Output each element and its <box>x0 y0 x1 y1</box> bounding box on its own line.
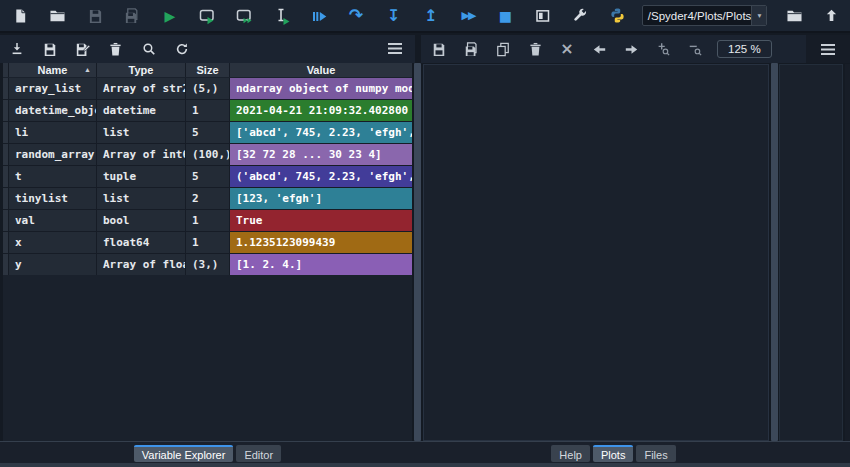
new-file-button[interactable] <box>2 1 39 31</box>
browse-directory-button[interactable] <box>775 1 812 31</box>
variable-explorer-options-button[interactable] <box>378 35 411 61</box>
save-data-as-button[interactable] <box>66 36 99 62</box>
value-cell[interactable]: [1. 2. 4.] <box>230 254 412 275</box>
remove-plot-button[interactable] <box>519 36 551 62</box>
size-cell[interactable]: 1 <box>186 100 229 121</box>
arrow-left-icon <box>592 43 607 56</box>
size-cell[interactable]: 2 <box>186 188 229 209</box>
python-path-button[interactable] <box>599 1 636 31</box>
value-cell[interactable]: True <box>230 210 412 231</box>
type-cell[interactable]: list <box>97 188 185 209</box>
value-cell[interactable]: ndarray object of numpy module <box>230 78 412 99</box>
save-button[interactable] <box>77 1 114 31</box>
run-current-line-button[interactable]: ↷ <box>338 1 375 31</box>
size-cell[interactable]: 5 <box>186 122 229 143</box>
debug-file-button[interactable] <box>300 1 337 31</box>
size-cell[interactable]: 5 <box>186 166 229 187</box>
stop-icon: ■ <box>499 9 512 23</box>
continue-icon: ▶▶ <box>462 10 475 21</box>
search-variable-button[interactable] <box>132 36 165 62</box>
name-cell[interactable]: tinylist <box>9 188 96 209</box>
column-header-value[interactable]: Value <box>230 63 412 77</box>
size-cell[interactable]: 1 <box>186 232 229 253</box>
value-cell[interactable]: [32 72 28 ... 30 23 4] <box>230 144 412 165</box>
name-cell[interactable]: li <box>9 122 96 143</box>
tab-files[interactable]: Files <box>636 445 675 462</box>
import-data-icon <box>10 42 24 56</box>
refresh-variables-button[interactable] <box>165 36 198 62</box>
type-cell[interactable]: list <box>97 122 185 143</box>
tab-variable-explorer[interactable]: Variable Explorer <box>134 445 234 462</box>
copy-plot-button[interactable] <box>487 36 519 62</box>
dropdown-caret-icon[interactable]: ▼ <box>751 6 766 25</box>
type-cell[interactable]: datetime <box>97 100 185 121</box>
import-data-button[interactable] <box>0 36 33 62</box>
step-return-button[interactable]: ↥ <box>412 1 449 31</box>
row-header <box>3 210 8 231</box>
column-header-type[interactable]: Type <box>97 63 185 77</box>
value-cell[interactable]: ('abcd', 745, 2.23, 'efgh', 70.2) <box>230 166 412 187</box>
tab-help[interactable]: Help <box>551 445 590 462</box>
run-selection-icon <box>273 7 291 25</box>
type-cell[interactable]: Array of float32 <box>97 254 185 275</box>
stop-debug-button[interactable]: ■ <box>487 1 524 31</box>
maximize-pane-icon <box>535 8 551 24</box>
run-button[interactable]: ▶ <box>151 1 188 31</box>
value-cell[interactable]: [123, 'efgh'] <box>230 188 412 209</box>
remove-all-plots-button[interactable]: × <box>551 36 583 62</box>
next-plot-button[interactable] <box>615 36 647 62</box>
size-cell[interactable]: (5,) <box>186 78 229 99</box>
row-header <box>3 100 8 121</box>
tab-editor[interactable]: Editor <box>236 445 281 462</box>
run-icon: ▶ <box>164 9 175 23</box>
name-cell[interactable]: t <box>9 166 96 187</box>
size-cell[interactable]: (100,) <box>186 144 229 165</box>
left-pane-scrollbar[interactable] <box>414 63 421 441</box>
save-data-button[interactable] <box>33 36 66 62</box>
continue-button[interactable]: ▶▶ <box>449 1 486 31</box>
size-cell[interactable]: (3,) <box>186 254 229 275</box>
save-all-button[interactable] <box>114 1 151 31</box>
zoom-out-button[interactable] <box>679 36 711 62</box>
new-file-icon <box>13 8 28 24</box>
name-cell[interactable]: random_array <box>9 144 96 165</box>
previous-plot-button[interactable] <box>583 36 615 62</box>
save-all-plots-button[interactable] <box>455 36 487 62</box>
type-cell[interactable]: tuple <box>97 166 185 187</box>
row-header <box>3 254 8 275</box>
step-into-button[interactable]: ↧ <box>375 1 412 31</box>
value-cell[interactable]: 1.1235123099439 <box>230 232 412 253</box>
run-selection-button[interactable] <box>263 1 300 31</box>
size-cell[interactable]: 1 <box>186 210 229 231</box>
name-cell[interactable]: val <box>9 210 96 231</box>
value-cell[interactable]: ['abcd', 745, 2.23, 'efgh', 70.2] <box>230 122 412 143</box>
open-file-button[interactable] <box>39 1 76 31</box>
type-cell[interactable]: Array of str224 <box>97 78 185 99</box>
plots-options-button[interactable] <box>806 35 850 63</box>
plots-pane-scrollbar[interactable] <box>771 63 778 441</box>
row-header <box>3 144 8 165</box>
type-cell[interactable]: float64 <box>97 232 185 253</box>
type-cell[interactable]: Array of int64 <box>97 144 185 165</box>
name-cell[interactable]: x <box>9 232 96 253</box>
column-header-name[interactable]: Name ▲ <box>9 63 96 77</box>
column-header-size[interactable]: Size <box>186 63 229 77</box>
save-plot-button[interactable] <box>423 36 455 62</box>
preferences-button[interactable] <box>561 1 598 31</box>
run-cell-button[interactable] <box>188 1 225 31</box>
run-cell-advance-button[interactable] <box>226 1 263 31</box>
working-directory-combobox[interactable]: /Spyder4/Plots/Plots ▼ <box>642 5 768 26</box>
run-cell-icon <box>198 7 216 25</box>
maximize-pane-button[interactable] <box>524 1 561 31</box>
parent-directory-button[interactable] <box>813 1 850 31</box>
name-cell[interactable]: array_list <box>9 78 96 99</box>
remove-variable-button[interactable] <box>99 36 132 62</box>
type-cell[interactable]: bool <box>97 210 185 231</box>
thumbnail-scrollbar-track[interactable] <box>845 64 850 441</box>
value-cell[interactable]: 2021-04-21 21:09:32.402800 <box>230 100 412 121</box>
name-cell[interactable]: datetime_object <box>9 100 96 121</box>
name-cell[interactable]: y <box>9 254 96 275</box>
save-all-icon <box>124 8 140 24</box>
zoom-in-button[interactable] <box>647 36 679 62</box>
tab-plots[interactable]: Plots <box>593 445 633 462</box>
